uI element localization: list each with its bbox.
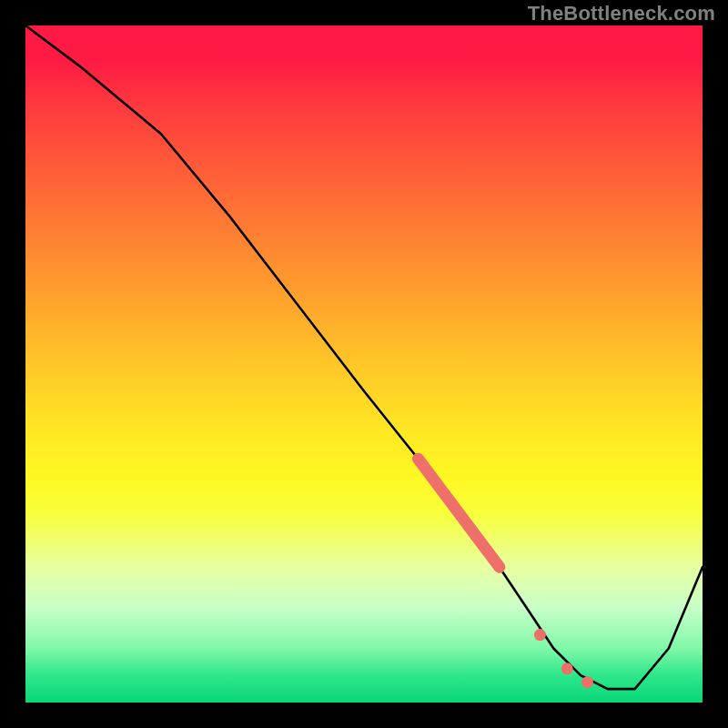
highlight-segment: [419, 459, 500, 567]
plot-area: [25, 25, 703, 703]
highlight-dot: [561, 662, 573, 674]
watermark-text: TheBottleneck.com: [528, 2, 715, 25]
highlight-dot: [581, 676, 593, 688]
chart-frame: TheBottleneck.com: [0, 0, 728, 728]
bottleneck-curve: [25, 25, 703, 689]
highlight-dot: [534, 629, 546, 641]
chart-svg: [25, 25, 703, 703]
